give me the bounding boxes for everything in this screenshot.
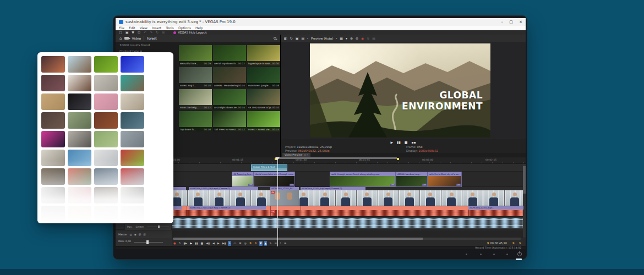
- pan-control[interactable]: Pan:Center: [124, 223, 172, 230]
- minimize-button[interactable]: –: [501, 20, 504, 24]
- hub-video-item[interactable]: Aerial top down fo...00:22: [213, 45, 246, 65]
- copy-frame-icon[interactable]: ▤: [301, 36, 304, 40]
- transport-marker-flag-orange[interactable]: ⚑: [249, 241, 252, 246]
- transport-loop-playback[interactable]: ↻: [178, 241, 181, 246]
- transport-next-frame[interactable]: ▶: [217, 241, 220, 246]
- transport-mute-tool[interactable]: ⊘: [274, 241, 277, 246]
- video-output-icon[interactable]: ◧: [284, 36, 287, 40]
- marker-icon[interactable]: ⚑: [512, 241, 515, 245]
- close-button[interactable]: ✕: [519, 20, 522, 24]
- photo-thumbnail[interactable]: [41, 94, 65, 110]
- master-fx-icon[interactable]: ▤: [129, 233, 132, 236]
- clip-buttons[interactable]: ⊡⊟: [290, 184, 294, 186]
- hub-video-item[interactable]: Rainforest jungle...00:16: [247, 67, 280, 87]
- timeline-marker[interactable]: [397, 158, 399, 160]
- transport-marker-flag[interactable]: ⚑: [254, 241, 257, 246]
- pan-slider[interactable]: [147, 227, 169, 227]
- monitor-button[interactable]: [493, 254, 495, 255]
- transport-record[interactable]: ●: [173, 241, 176, 246]
- transport-zoom-tool[interactable]: ◎: [243, 241, 247, 246]
- rate-slider-thumb[interactable]: [146, 240, 149, 244]
- hub-logout-button[interactable]: VEGAS Hub Logout: [178, 31, 206, 34]
- transport-auto-crossfade[interactable]: ▲: [264, 241, 268, 246]
- transport-snap-toggle[interactable]: ▼: [259, 241, 263, 246]
- master-meter-icon[interactable]: ◉: [134, 233, 137, 236]
- photo-thumbnail[interactable]: [121, 131, 144, 147]
- closeup-clip[interactable]: 4k: [270, 190, 299, 206]
- transport-go-to-end[interactable]: ▶▮: [222, 241, 227, 246]
- open-project-icon[interactable]: ▣: [125, 30, 129, 35]
- menu-view[interactable]: View: [140, 26, 148, 30]
- hub-video-item[interactable]: AERIAL: Meandering...00:14: [213, 67, 246, 87]
- monitor-button[interactable]: [506, 254, 508, 255]
- photo-thumbnail[interactable]: [121, 112, 144, 129]
- transport-play[interactable]: ▶: [189, 241, 193, 246]
- save-icon[interactable]: ▼: [132, 30, 134, 35]
- region-icon[interactable]: ⚑: [519, 241, 521, 245]
- photo-thumbnail[interactable]: [121, 75, 144, 91]
- hub-video-item[interactable]: A straight down ae...00:14: [213, 89, 246, 109]
- photo-thumbnail[interactable]: [41, 75, 65, 91]
- refresh-icon[interactable]: ↻: [290, 36, 293, 40]
- properties-icon[interactable]: ⊡: [138, 30, 140, 35]
- menu-options[interactable]: Options: [178, 26, 191, 30]
- photo-thumbnail[interactable]: [121, 94, 144, 110]
- transport-stop[interactable]: ■: [200, 241, 204, 246]
- grid-icon[interactable]: ⊞: [162, 30, 165, 35]
- photo-thumbnail[interactable]: [41, 112, 65, 129]
- photo-thumbnail[interactable]: [94, 94, 118, 110]
- hub-video-item[interactable]: Forest - Forest vie...00:15: [247, 111, 280, 131]
- filmstrip-clip[interactable]: [124, 190, 526, 206]
- hub-video-item[interactable]: Tall Trees in Forest...00:12: [213, 111, 246, 131]
- transport-go-to-start[interactable]: ◀▮: [205, 241, 210, 246]
- stop-button[interactable]: ■: [405, 140, 408, 144]
- scopes-icon[interactable]: ≋: [367, 36, 369, 40]
- playhead-head[interactable]: [275, 157, 280, 160]
- transport-edit-tool[interactable]: ↖: [228, 241, 231, 246]
- photo-thumbnail[interactable]: [94, 131, 118, 147]
- power-button[interactable]: [517, 252, 522, 256]
- rate-slider[interactable]: [134, 242, 163, 243]
- hub-video-item[interactable]: Beautiful fore...00:29: [179, 45, 212, 65]
- title-clip[interactable]: Global Titles & Text: [251, 164, 287, 171]
- clip-buttons[interactable]: ⊡⊟: [390, 184, 395, 186]
- new-project-icon[interactable]: ▢: [119, 30, 122, 35]
- loop-region-bar[interactable]: [277, 157, 397, 159]
- timeline-horizontal-scrollbar[interactable]: [173, 238, 521, 240]
- photo-thumbnail[interactable]: [68, 94, 91, 110]
- monitor-button[interactable]: [466, 254, 467, 255]
- maximize-button[interactable]: ▢: [509, 20, 513, 24]
- photo-thumbnail[interactable]: [68, 112, 91, 129]
- clip-buttons[interactable]: ⊡⊟: [456, 184, 461, 186]
- transport-delete-tool[interactable]: ⊗: [283, 241, 287, 246]
- transport-audio-tool[interactable]: ♪: [279, 241, 282, 246]
- hub-video-item[interactable]: Forest Fog i...00:10: [179, 67, 212, 87]
- split-screen-icon[interactable]: ▣: [296, 36, 299, 40]
- tab-icons[interactable]: ⊡ ✕: [304, 153, 308, 156]
- record-preview-icon[interactable]: ◉: [361, 36, 364, 40]
- preview-mode-select[interactable]: Preview (Auto): [311, 37, 333, 40]
- photo-thumbnail[interactable]: [41, 131, 65, 147]
- transport-pen-tool[interactable]: ✎: [269, 241, 272, 246]
- photo-thumbnail[interactable]: [41, 56, 65, 73]
- transport-prev-frame[interactable]: ◀: [212, 241, 215, 246]
- redo-icon[interactable]: ↷: [150, 30, 152, 35]
- clip-buttons[interactable]: ⊡⊟: [248, 184, 253, 186]
- menu-tools[interactable]: Tools: [166, 26, 174, 30]
- transport-envelope-tool[interactable]: ▭: [233, 241, 237, 246]
- master-mute-icon[interactable]: Ⓜ: [139, 233, 141, 236]
- menu-help[interactable]: Help: [195, 26, 203, 30]
- menu-edit[interactable]: Edit: [129, 26, 135, 30]
- photo-thumbnail[interactable]: [94, 112, 118, 129]
- sync-icon[interactable]: ↻: [156, 30, 159, 35]
- photo-thumbnail[interactable]: [121, 56, 144, 73]
- photo-thumbnail[interactable]: [68, 131, 91, 147]
- step-button[interactable]: ▪▪: [411, 140, 416, 144]
- video-clip[interactable]: walk through sunset forest along winding…: [330, 172, 396, 187]
- clip-buttons[interactable]: ⊡⊟: [422, 184, 427, 186]
- timeline-vertical-scrollbar[interactable]: [523, 164, 526, 238]
- transport-selection-tool[interactable]: ⊞: [238, 241, 242, 246]
- photo-thumbnail[interactable]: [68, 56, 91, 73]
- play-button[interactable]: ▶: [390, 140, 393, 144]
- undo-icon[interactable]: ↶: [144, 30, 146, 35]
